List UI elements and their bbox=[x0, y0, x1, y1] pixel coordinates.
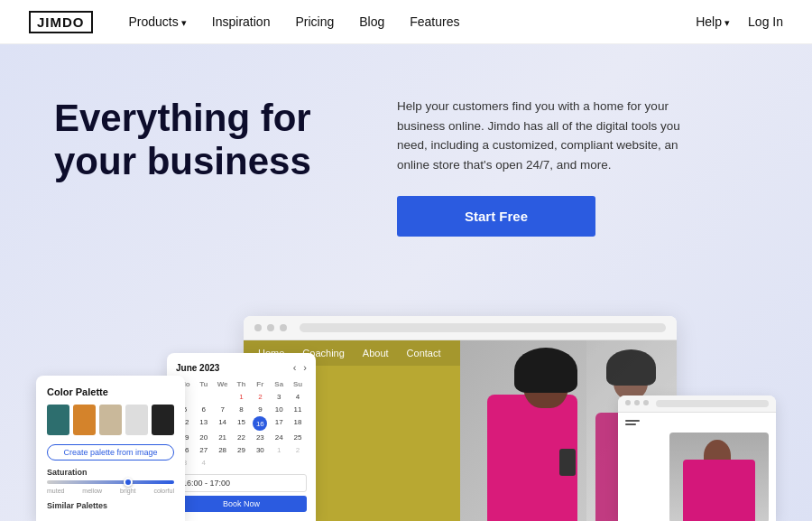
sat-bright: bright bbox=[120, 488, 136, 494]
cal-day-10[interactable]: 10 bbox=[270, 404, 288, 415]
color-palette-card: Color Palette Create palette from image … bbox=[36, 376, 185, 521]
calendar-nav[interactable]: ‹ › bbox=[293, 362, 307, 373]
cal-day-23[interactable]: 23 bbox=[251, 432, 269, 443]
cal-day-next-1[interactable]: 1 bbox=[270, 444, 288, 456]
browser-dot-1 bbox=[254, 324, 262, 331]
saturation-thumb[interactable] bbox=[124, 478, 133, 487]
calendar-title: June 2023 bbox=[176, 363, 219, 373]
browser-url-bar bbox=[300, 323, 666, 332]
cal-day-16-today[interactable]: 16 bbox=[253, 416, 267, 431]
sat-mellow: mellow bbox=[82, 488, 102, 494]
saturation-values: muted mellow bright colorful bbox=[47, 488, 174, 494]
cal-day-6[interactable]: 6 bbox=[195, 404, 213, 415]
person-hair bbox=[514, 348, 577, 393]
person-phone bbox=[559, 449, 576, 476]
logo[interactable]: JIMDO bbox=[29, 11, 93, 33]
next-month-button[interactable]: › bbox=[303, 362, 307, 373]
cal-day-1[interactable]: 1 bbox=[233, 391, 251, 403]
day-th: Th bbox=[233, 378, 251, 390]
cal-day-8[interactable]: 8 bbox=[233, 404, 251, 415]
cal-day-9[interactable]: 9 bbox=[251, 404, 269, 415]
day-fr: Fr bbox=[251, 378, 269, 390]
day-we: We bbox=[214, 378, 232, 390]
cal-day-25[interactable]: 25 bbox=[289, 432, 307, 443]
cal-day-27[interactable]: 27 bbox=[195, 444, 213, 456]
login-link[interactable]: Log In bbox=[748, 14, 783, 29]
cal-day-29[interactable]: 29 bbox=[233, 444, 251, 456]
swatch-light bbox=[125, 405, 148, 435]
saturation-bar[interactable] bbox=[47, 480, 174, 484]
cal-day[interactable] bbox=[195, 391, 213, 403]
nav-products[interactable]: Products bbox=[129, 14, 187, 29]
cal-day[interactable] bbox=[214, 391, 232, 403]
small-silhouette bbox=[669, 433, 769, 521]
day-tu: Tu bbox=[195, 378, 213, 390]
cal-day-2[interactable]: 2 bbox=[251, 391, 269, 403]
site-nav-contact: Contact bbox=[407, 348, 441, 358]
similar-palettes-label: Similar Palettes bbox=[47, 501, 174, 510]
hero-description: Help your customers find you with a home… bbox=[397, 97, 686, 174]
cal-day-30[interactable]: 30 bbox=[251, 444, 269, 456]
small-url-bar bbox=[656, 400, 769, 407]
cal-day-21[interactable]: 21 bbox=[214, 432, 232, 443]
create-palette-button[interactable]: Create palette from image bbox=[47, 444, 174, 461]
palette-swatches bbox=[47, 405, 174, 435]
cal-day-24[interactable]: 24 bbox=[270, 432, 288, 443]
calendar-grid: Mo Tu We Th Fr Sa Su 1 2 3 4 5 6 7 8 9 1… bbox=[176, 378, 307, 469]
small-browser-bar bbox=[618, 395, 776, 413]
nav-links: Products Inspiration Pricing Blog Featur… bbox=[129, 14, 697, 29]
navbar: JIMDO Products Inspiration Pricing Blog … bbox=[0, 0, 812, 44]
cal-day-17[interactable]: 17 bbox=[270, 416, 288, 431]
nav-right: Help Log In bbox=[696, 14, 783, 29]
small-person-photo bbox=[625, 433, 769, 521]
start-free-button[interactable]: Start Free bbox=[397, 196, 595, 237]
cal-day-7[interactable]: 7 bbox=[214, 404, 232, 415]
calendar-header: June 2023 ‹ › bbox=[176, 362, 307, 373]
small-browser-mockup bbox=[618, 395, 776, 521]
cal-day-28[interactable]: 28 bbox=[214, 444, 232, 456]
cal-day-14[interactable]: 14 bbox=[214, 416, 232, 431]
nav-features[interactable]: Features bbox=[410, 14, 459, 29]
browser-dot-2 bbox=[267, 324, 274, 331]
swatch-tan bbox=[99, 405, 122, 435]
hamburger-menu-icon bbox=[625, 420, 769, 425]
cal-day-22[interactable]: 22 bbox=[233, 432, 251, 443]
small-dot-2 bbox=[634, 400, 640, 405]
cal-day-13[interactable]: 13 bbox=[195, 416, 213, 431]
preview-area: Color Palette Create palette from image … bbox=[36, 316, 776, 521]
swatch-teal bbox=[47, 405, 69, 435]
small-browser-content bbox=[618, 413, 776, 521]
hero-title: Everything for your business bbox=[54, 97, 361, 184]
swatch-orange bbox=[73, 405, 96, 435]
cal-day-3[interactable]: 3 bbox=[270, 391, 288, 403]
browser-bar bbox=[244, 316, 677, 340]
cal-day-11[interactable]: 11 bbox=[289, 404, 307, 415]
help-link[interactable]: Help bbox=[696, 14, 730, 29]
nav-blog[interactable]: Blog bbox=[359, 14, 384, 29]
small-dot-3 bbox=[643, 400, 649, 405]
swatch-black bbox=[152, 405, 174, 435]
cal-day-18[interactable]: 18 bbox=[289, 416, 307, 431]
small-body bbox=[683, 460, 755, 521]
time-input[interactable] bbox=[176, 474, 307, 492]
palette-title: Color Palette bbox=[47, 386, 174, 397]
cal-day-4[interactable]: 4 bbox=[289, 391, 307, 403]
cal-day-15[interactable]: 15 bbox=[233, 416, 251, 431]
menu-line-2 bbox=[625, 423, 636, 425]
sat-colorful: colorful bbox=[153, 488, 174, 494]
sat-muted: muted bbox=[47, 488, 64, 494]
book-now-button[interactable]: Book Now bbox=[176, 496, 307, 512]
cal-day-next-2[interactable]: 2 bbox=[289, 444, 307, 456]
menu-line-1 bbox=[625, 420, 640, 422]
site-nav-about: About bbox=[363, 348, 389, 358]
saturation-label: Saturation bbox=[47, 468, 174, 477]
calendar-card: June 2023 ‹ › Mo Tu We Th Fr Sa Su 1 2 3 bbox=[167, 353, 316, 521]
second-person-hair bbox=[606, 349, 656, 386]
cal-day-next-4[interactable]: 4 bbox=[195, 457, 213, 469]
day-su: Su bbox=[289, 378, 307, 390]
cal-day-20[interactable]: 20 bbox=[195, 432, 213, 443]
hero-section: Everything for your business Help your c… bbox=[0, 44, 812, 521]
nav-pricing[interactable]: Pricing bbox=[295, 14, 334, 29]
prev-month-button[interactable]: ‹ bbox=[293, 362, 297, 373]
nav-inspiration[interactable]: Inspiration bbox=[212, 14, 271, 29]
